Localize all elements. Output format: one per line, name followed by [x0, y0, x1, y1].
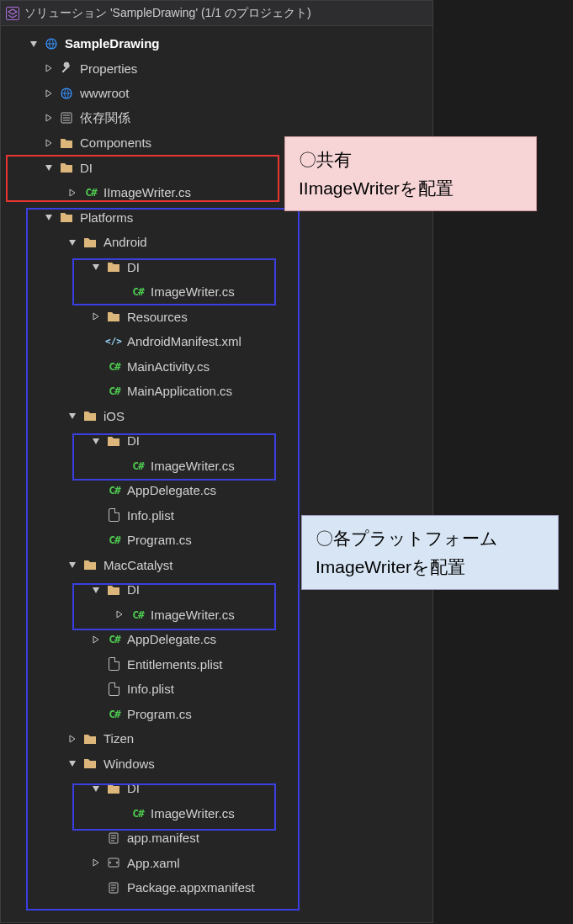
expand-icon[interactable] — [66, 236, 78, 248]
solution-title: ソリューション 'SampleDrawing' (1/1 のプロジェクト) — [24, 6, 311, 21]
tree-item[interactable]: Package.appxmanifest — [1, 875, 432, 900]
tree-item[interactable]: C# Program.cs — [1, 702, 432, 727]
tree-item[interactable]: 依存関係 — [1, 106, 432, 131]
file-icon — [106, 682, 121, 697]
collapse-icon[interactable] — [43, 137, 55, 149]
expand-icon[interactable] — [66, 410, 78, 422]
item-label: DI — [127, 781, 140, 795]
tree-item[interactable]: App.xaml — [1, 851, 432, 876]
csharp-icon: C# — [106, 533, 121, 548]
expand-icon[interactable] — [90, 783, 102, 794]
csharp-icon: C# — [106, 632, 121, 647]
expand-icon[interactable] — [90, 261, 102, 273]
item-label: Package.appxmanifest — [127, 880, 255, 895]
tree-item[interactable]: C# AppDelegate.cs — [1, 478, 432, 503]
collapse-icon[interactable] — [43, 88, 55, 99]
item-label: ImageWriter.cs — [151, 608, 235, 622]
solution-header[interactable]: ソリューション 'SampleDrawing' (1/1 のプロジェクト) — [1, 1, 432, 26]
item-label: ImageWriter.cs — [151, 459, 235, 473]
item-label: app.manifest — [127, 831, 199, 845]
item-label: iOS — [103, 409, 125, 423]
project-node[interactable]: SampleDrawing — [1, 31, 432, 56]
tree-item[interactable]: Android — [1, 230, 432, 255]
item-label: DI — [127, 582, 140, 597]
tree-item-imagewriter[interactable]: C# ImageWriter.cs — [1, 603, 432, 628]
annotation-shared: 〇共有 IImageWriterを配置 — [284, 136, 537, 211]
collapse-icon[interactable] — [90, 311, 102, 322]
file-icon — [106, 507, 121, 523]
csharp-icon: C# — [106, 384, 121, 399]
folder-icon — [82, 731, 98, 746]
tree-item[interactable]: C# AppDelegate.cs — [1, 627, 432, 652]
tree-item[interactable]: DI — [1, 428, 432, 454]
manifest-icon — [106, 831, 121, 846]
tree-item[interactable]: Properties — [1, 56, 432, 82]
collapse-icon[interactable] — [43, 112, 55, 124]
expand-icon[interactable] — [90, 435, 102, 447]
expand-icon[interactable] — [28, 38, 40, 50]
annotation-text: 〇共有 — [299, 150, 352, 169]
item-label: App.xaml — [127, 856, 180, 870]
tree-item[interactable]: Tizen — [1, 726, 432, 751]
tree-item-imagewriter[interactable]: C# ImageWriter.cs — [1, 801, 432, 826]
item-label: Info.plist — [127, 682, 174, 696]
expand-icon[interactable] — [66, 559, 78, 571]
tree-item[interactable]: DI — [1, 255, 432, 280]
csharp-icon: C# — [130, 607, 145, 622]
item-label: Program.cs — [127, 533, 192, 547]
xml-icon: </> — [106, 334, 121, 349]
expand-icon[interactable] — [66, 757, 78, 769]
tree-item[interactable]: DI — [1, 776, 432, 801]
tree-item[interactable]: app.manifest — [1, 826, 432, 851]
folder-icon — [82, 557, 98, 572]
item-label: Android — [103, 235, 147, 249]
solution-icon — [6, 7, 19, 20]
collapse-icon[interactable] — [90, 857, 102, 868]
tree-item[interactable]: Info.plist — [1, 677, 432, 702]
item-label: Entitlements.plist — [127, 657, 222, 672]
item-label: Platforms — [80, 210, 133, 225]
expand-icon[interactable] — [43, 162, 55, 173]
item-label: Windows — [103, 757, 155, 771]
tree-item[interactable]: Entitlements.plist — [1, 652, 432, 677]
item-label: AndroidManifest.xml — [127, 334, 241, 348]
folder-icon — [82, 235, 98, 250]
item-label: wwwroot — [80, 86, 129, 100]
folder-icon — [106, 433, 121, 449]
tree-item[interactable]: wwwroot — [1, 81, 432, 106]
csharp-icon: C# — [130, 458, 145, 473]
tree-item[interactable]: Windows — [1, 751, 432, 777]
item-label: MainActivity.cs — [127, 359, 210, 374]
item-label: Program.cs — [127, 707, 192, 721]
annotation-text: 〇各プラットフォーム — [316, 528, 498, 548]
folder-icon — [106, 309, 121, 324]
folder-icon — [82, 756, 98, 771]
csharp-icon: C# — [106, 483, 121, 498]
folder-icon — [106, 582, 121, 597]
collapse-icon[interactable] — [114, 608, 125, 620]
item-label: DI — [127, 433, 140, 448]
collapse-icon[interactable] — [66, 187, 78, 199]
csharp-icon: C# — [130, 805, 145, 820]
collapse-icon[interactable] — [66, 733, 78, 745]
xaml-icon — [106, 855, 121, 870]
project-name: SampleDrawing — [65, 36, 160, 50]
tree-item[interactable]: C# MainActivity.cs — [1, 354, 432, 380]
item-label: MacCatalyst — [103, 558, 173, 572]
item-label: AppDelegate.cs — [127, 483, 216, 497]
tree-item[interactable]: C# MainApplication.cs — [1, 379, 432, 404]
expand-icon[interactable] — [90, 584, 102, 596]
tree-item[interactable]: Resources — [1, 305, 432, 330]
item-label: Properties — [80, 61, 137, 76]
tree-item[interactable]: </> AndroidManifest.xml — [1, 329, 432, 354]
item-label: IImageWriter.cs — [103, 185, 191, 199]
dependencies-icon — [59, 110, 74, 125]
folder-icon — [59, 135, 74, 151]
collapse-icon[interactable] — [43, 62, 55, 74]
tree-item-imagewriter[interactable]: C# ImageWriter.cs — [1, 279, 432, 305]
collapse-icon[interactable] — [90, 634, 102, 645]
expand-icon[interactable] — [43, 211, 55, 223]
annotation-text: ImageWriterを配置 — [316, 557, 465, 576]
tree-item[interactable]: iOS — [1, 404, 432, 429]
tree-item-imagewriter[interactable]: C# ImageWriter.cs — [1, 454, 432, 479]
